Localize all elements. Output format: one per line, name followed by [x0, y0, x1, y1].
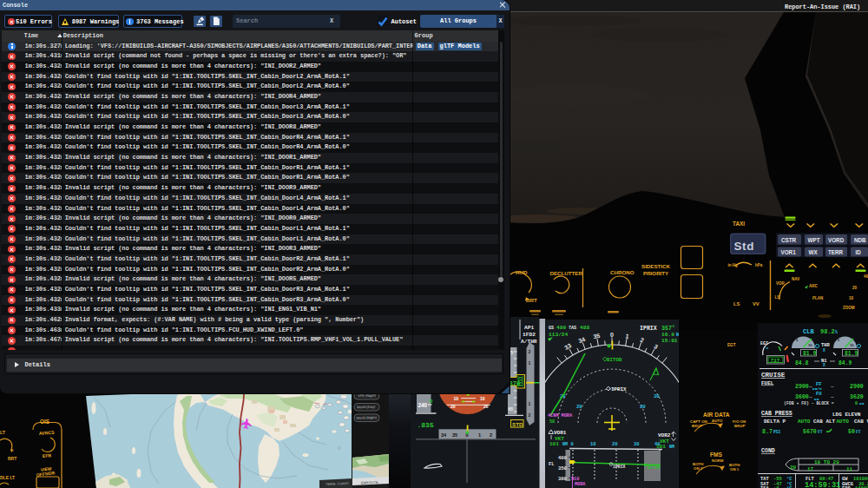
svg-text:VFR (Night): VFR (Night): [358, 393, 377, 399]
svg-text:OIS: OIS: [40, 419, 50, 425]
svg-text:DLE LT: DLE LT: [0, 475, 15, 480]
svg-text:LT: LT: [0, 430, 6, 435]
svg-text:ENROUTE: ENROUTE: [361, 480, 378, 485]
svg-text:EFB: EFB: [43, 452, 52, 458]
svg-text:AVNCS: AVNCS: [39, 430, 56, 436]
svg-text:BRT: BRT: [8, 456, 16, 461]
svg-text:TERM. CHART: TERM. CHART: [326, 481, 350, 486]
svg-text:World (Day): World (Day): [357, 405, 376, 410]
svg-text:World (Night): World (Night): [356, 415, 377, 420]
